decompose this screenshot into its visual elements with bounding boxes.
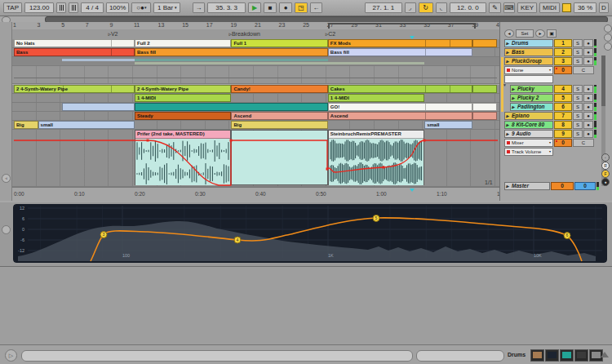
dark-badge[interactable]: ● xyxy=(601,178,610,186)
clip[interactable]: small xyxy=(424,121,472,129)
clip[interactable]: 1 4-MIDI xyxy=(135,94,231,102)
group-fold-icon[interactable]: ▼ xyxy=(503,82,507,87)
track-lane-bass[interactable]: BassBass fillBass fill xyxy=(11,48,499,57)
solo-button[interactable]: S xyxy=(573,85,583,93)
clip[interactable]: 2 4-Synth-Watery Pipe xyxy=(14,85,135,93)
show-browser-icon[interactable]: ◃ xyxy=(2,174,11,183)
arm-button[interactable]: ● xyxy=(583,39,593,47)
solo-button[interactable]: S xyxy=(573,121,583,129)
fade-badge[interactable]: F xyxy=(601,170,610,178)
solo-button[interactable]: S xyxy=(573,112,583,120)
mixer-section-toggle-icon[interactable] xyxy=(604,24,612,33)
solo-button[interactable]: S xyxy=(573,94,583,102)
arm-button[interactable]: ● xyxy=(583,130,593,138)
audio-clip[interactable] xyxy=(231,130,327,185)
track-name-padlington[interactable]: Padlington xyxy=(510,103,553,111)
midi-map-button[interactable]: MIDI xyxy=(539,2,560,13)
automation-value[interactable]: 0 xyxy=(554,66,572,74)
clip[interactable]: Cakes xyxy=(328,85,473,93)
clip[interactable]: No Hats xyxy=(14,39,135,47)
arm-button[interactable]: ● xyxy=(583,94,593,102)
clip[interactable]: FX Mods xyxy=(328,39,473,47)
clip[interactable] xyxy=(62,103,135,111)
metronome-button[interactable]: ○●▾ xyxy=(131,2,151,13)
master-volume[interactable]: 0 xyxy=(551,182,574,190)
nudge-down-button[interactable] xyxy=(56,2,66,13)
arm-button[interactable]: ● xyxy=(583,112,593,120)
loop-length-field[interactable]: 12. 0. 0 xyxy=(450,2,486,13)
draw-mode-button[interactable]: ✎ xyxy=(489,2,501,13)
crossfade-assign[interactable]: C xyxy=(573,66,594,74)
track-name-drums[interactable]: Drums xyxy=(504,39,553,47)
clip[interactable]: Full 2 xyxy=(135,39,231,47)
arm-button[interactable]: ● xyxy=(583,121,593,129)
stop-all-icon[interactable]: ◦ xyxy=(601,153,610,162)
record-button[interactable]: ● xyxy=(279,2,292,13)
status-line-field[interactable] xyxy=(21,350,413,362)
track-lane-plucky[interactable]: 2 4-Synth-Watery Pipe2 4-Synth-Watery Pi… xyxy=(11,85,499,94)
clip[interactable]: GO! xyxy=(328,103,473,111)
groove-amount-field[interactable]: 100% xyxy=(106,2,129,13)
tap-tempo-button[interactable]: TAP xyxy=(3,2,22,13)
clip[interactable]: 2 4-Synth-Watery Pipe xyxy=(135,85,231,93)
stop-button[interactable]: ■ xyxy=(264,2,277,13)
punch-out-button[interactable]: ◟ xyxy=(436,2,447,13)
device-chain-minimap[interactable] xyxy=(530,349,603,362)
time-signature-field[interactable]: 4 / 4 xyxy=(81,2,104,13)
loop-brace[interactable] xyxy=(328,23,477,29)
clip[interactable]: Bass fill xyxy=(135,48,328,56)
clip[interactable]: Bass xyxy=(14,48,135,56)
eq-spectrum-display[interactable]: 34561260-6-121001K10K xyxy=(13,204,607,263)
computer-midi-keyboard-button[interactable]: ⌨ xyxy=(503,2,515,13)
marker-icon[interactable]: ▣ xyxy=(547,29,557,38)
locator[interactable]: ▹C2 xyxy=(326,31,335,38)
arm-button[interactable]: ● xyxy=(583,103,593,111)
clip[interactable]: Ascend xyxy=(328,112,473,120)
automation-device-chooser[interactable]: Mixer▾ xyxy=(504,139,553,147)
show-detail-view-toggle[interactable] xyxy=(601,352,609,357)
audio-clip[interactable]: Prifer (2nd take, MASTERED) xyxy=(135,130,231,185)
next-locator-button[interactable]: ▸ xyxy=(535,29,545,38)
clip[interactable] xyxy=(472,103,497,111)
track-lane-plucky2[interactable]: 1 4-MIDI1 4-MIDI xyxy=(11,94,499,103)
solo-button[interactable]: S xyxy=(573,48,583,56)
locator[interactable]: ▹V2 xyxy=(108,31,118,38)
status-line-field-2[interactable] xyxy=(416,350,504,362)
track-lane-padlington[interactable]: GO! xyxy=(11,103,499,112)
track-name-plucky-2[interactable]: Plucky 2 xyxy=(510,94,553,102)
automation-param-chooser-empty[interactable] xyxy=(504,75,553,83)
loop-button[interactable]: ↻ xyxy=(419,2,433,13)
clip[interactable] xyxy=(472,39,497,47)
loop-start-field[interactable]: 27. 1. 1 xyxy=(365,2,401,13)
clip[interactable]: Candy! xyxy=(231,85,327,93)
locator[interactable]: ▹Breakdown xyxy=(228,31,260,38)
set-locator-button[interactable]: Set xyxy=(516,29,534,38)
key-map-button[interactable]: KEY xyxy=(517,2,537,13)
master-cue-volume[interactable]: 0 xyxy=(574,182,596,190)
clip[interactable]: Ascend xyxy=(231,112,327,120)
audio-clip[interactable]: SteinbruchRemixPREMASTER xyxy=(328,130,424,185)
track-name-plucky[interactable]: Plucky xyxy=(510,85,553,93)
group-track-lane[interactable] xyxy=(11,57,499,66)
mixer-section-toggle-icon[interactable] xyxy=(604,42,612,51)
punch-in-button[interactable]: ◞ xyxy=(405,2,416,13)
track-name-epiano[interactable]: Epiano xyxy=(504,112,553,120)
follow-button[interactable]: → xyxy=(193,2,205,13)
arrangement-position-field[interactable]: 35. 3. 3 xyxy=(207,2,246,13)
clip[interactable] xyxy=(472,85,497,93)
arm-button[interactable]: ● xyxy=(583,85,593,93)
back-to-arrangement-button[interactable]: ← xyxy=(310,2,322,13)
track-name-9-audio[interactable]: 9 Audio xyxy=(504,130,553,138)
play-button[interactable]: ▶ xyxy=(248,2,261,13)
clip[interactable]: small xyxy=(38,121,135,129)
eq-panel-rail-icon[interactable] xyxy=(2,225,11,234)
clip[interactable]: Big xyxy=(14,121,38,129)
clip[interactable]: Big xyxy=(231,121,327,129)
master-track-name[interactable]: Master xyxy=(504,182,550,190)
crossfade-assign[interactable]: C xyxy=(573,139,594,147)
track-name-pluckgroup[interactable]: PluckGroup xyxy=(504,57,553,65)
status-play-icon[interactable]: ▷ xyxy=(5,349,17,362)
group-automation-lane[interactable] xyxy=(11,66,499,84)
arm-button[interactable]: ● xyxy=(583,57,593,65)
tempo-field[interactable]: 123.00 xyxy=(24,2,54,13)
